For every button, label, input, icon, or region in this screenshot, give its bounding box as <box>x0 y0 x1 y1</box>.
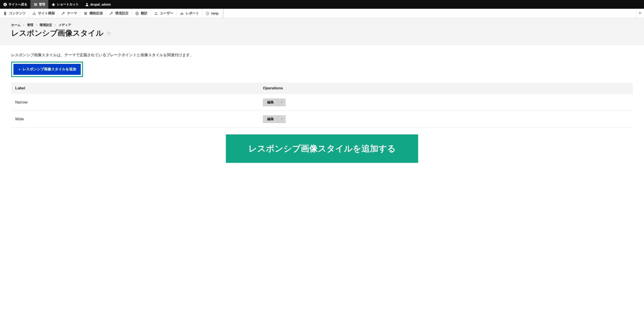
dropbutton: 編集 <box>263 99 286 106</box>
page-header: ホーム › 管理 › 環境設定 › メディア レスポンシブ画像スタイル ☆ <box>0 18 644 45</box>
svg-rect-8 <box>35 14 36 15</box>
chevron-down-icon <box>280 117 283 121</box>
collapse-toolbar-button[interactable] <box>636 9 644 18</box>
menu-configuration-label: 環境設定 <box>115 11 128 16</box>
back-arrow-icon <box>3 3 7 7</box>
star-icon <box>52 3 56 7</box>
svg-rect-1 <box>34 3 37 4</box>
user-icon <box>85 3 89 7</box>
menu-configuration[interactable]: 環境設定 <box>106 9 132 18</box>
breadcrumb-item[interactable]: 環境設定 <box>40 23 52 27</box>
svg-point-0 <box>4 3 7 6</box>
username-label: drupal_admin <box>90 3 111 6</box>
puzzle-icon <box>84 12 88 16</box>
description-text: レスポンシブ画像スタイルは、テーマで定義されているブレークポイントと画像スタイル… <box>11 52 633 58</box>
cell-operations: 編集 <box>259 111 633 128</box>
favorite-star-icon[interactable]: ☆ <box>106 30 112 37</box>
svg-rect-3 <box>34 5 37 6</box>
table-row: Narrow 編集 <box>11 94 633 111</box>
cell-label: Narrow <box>11 94 259 111</box>
back-to-site-label: サイトへ戻る <box>8 3 27 7</box>
menu-extend-label: 機能拡張 <box>90 11 103 16</box>
shortcuts-link[interactable]: ショートカット <box>48 0 82 9</box>
svg-rect-12 <box>180 14 181 15</box>
help-icon: ? <box>206 12 210 16</box>
file-icon <box>3 12 7 16</box>
page-title: レスポンシブ画像スタイル <box>11 28 103 38</box>
dropbutton: 編集 <box>263 115 286 123</box>
shortcuts-label: ショートカット <box>57 3 79 7</box>
menu-appearance[interactable]: テーマ <box>58 9 80 18</box>
menu-spacer <box>224 9 636 18</box>
breadcrumb: ホーム › 管理 › 環境設定 › メディア <box>11 23 633 27</box>
table-header-row: Label Operations <box>11 82 633 94</box>
svg-point-10 <box>155 12 156 13</box>
sitemap-icon <box>32 12 36 16</box>
back-to-site-link[interactable]: サイトへ戻る <box>0 0 30 9</box>
wrench-icon <box>61 12 65 16</box>
dropbutton-toggle[interactable] <box>278 99 286 106</box>
col-operations: Operations <box>259 82 633 94</box>
breadcrumb-separator-icon: › <box>23 23 24 27</box>
cell-label: Wide <box>11 111 259 128</box>
topbar: サイトへ戻る 管理 ショートカット drupal_admin <box>0 0 644 9</box>
collapse-icon <box>638 11 642 16</box>
styles-table: Label Operations Narrow 編集 Wide <box>11 82 633 128</box>
menu-reports-label: レポート <box>186 11 199 16</box>
user-menu[interactable]: drupal_admin <box>82 0 114 9</box>
breadcrumb-item[interactable]: 管理 <box>27 23 33 27</box>
menu-translate-label: 翻訳 <box>141 11 148 16</box>
add-button-label: レスポンシブ画像スタイルを追加 <box>22 67 76 72</box>
svg-rect-6 <box>33 14 33 15</box>
breadcrumb-separator-icon: › <box>36 23 37 27</box>
svg-rect-5 <box>34 12 35 13</box>
svg-text:?: ? <box>207 12 208 15</box>
svg-point-11 <box>156 12 157 13</box>
breadcrumb-separator-icon: › <box>55 23 56 27</box>
manage-toggle[interactable]: 管理 <box>30 0 48 9</box>
add-responsive-style-button[interactable]: ＋ レスポンシブ画像スタイルを追加 <box>14 64 81 75</box>
plus-icon: ＋ <box>18 67 21 71</box>
menu-appearance-label: テーマ <box>67 11 77 16</box>
menu-people[interactable]: ユーザー <box>151 9 177 18</box>
svg-rect-14 <box>182 13 183 15</box>
menu-structure[interactable]: サイト構築 <box>29 9 58 18</box>
menu-reports[interactable]: レポート <box>177 9 202 18</box>
svg-rect-2 <box>34 4 37 5</box>
svg-point-4 <box>86 3 88 5</box>
breadcrumb-item[interactable]: ホーム <box>11 23 20 27</box>
table-row: Wide 編集 <box>11 111 633 128</box>
svg-rect-7 <box>34 14 35 15</box>
page-title-wrap: レスポンシブ画像スタイル ☆ <box>11 28 633 38</box>
globe-icon <box>135 12 139 16</box>
menu-content[interactable]: コンテンツ <box>0 9 29 18</box>
tools-icon <box>109 12 113 16</box>
manage-label: 管理 <box>39 3 45 7</box>
content-region: レスポンシブ画像スタイルは、テーマで定義されているブレークポイントと画像スタイル… <box>0 45 644 171</box>
cell-operations: 編集 <box>259 94 633 111</box>
add-button-highlight: ＋ レスポンシブ画像スタイルを追加 <box>11 62 83 77</box>
edit-button[interactable]: 編集 <box>263 115 278 123</box>
menu-help[interactable]: ? Help <box>202 9 222 18</box>
hamburger-icon <box>34 3 38 7</box>
breadcrumb-item[interactable]: メディア <box>58 23 71 27</box>
col-label: Label <box>11 82 259 94</box>
chevron-down-icon <box>280 100 283 105</box>
svg-rect-13 <box>182 12 182 15</box>
menu-people-label: ユーザー <box>160 11 173 16</box>
admin-menu: コンテンツ サイト構築 テーマ 機能拡張 環境設定 翻訳 ユーザー レポート ?… <box>0 9 644 18</box>
caption-banner: レスポンシブ画像スタイルを追加する <box>226 134 418 163</box>
chart-icon <box>180 12 184 16</box>
menu-extend[interactable]: 機能拡張 <box>80 9 106 18</box>
dropbutton-toggle[interactable] <box>278 115 286 123</box>
edit-button[interactable]: 編集 <box>263 99 278 106</box>
menu-help-label: Help <box>211 12 219 15</box>
menu-translate[interactable]: 翻訳 <box>132 9 151 18</box>
people-icon <box>154 12 158 16</box>
menu-content-label: コンテンツ <box>9 11 26 16</box>
menu-structure-label: サイト構築 <box>38 11 55 16</box>
